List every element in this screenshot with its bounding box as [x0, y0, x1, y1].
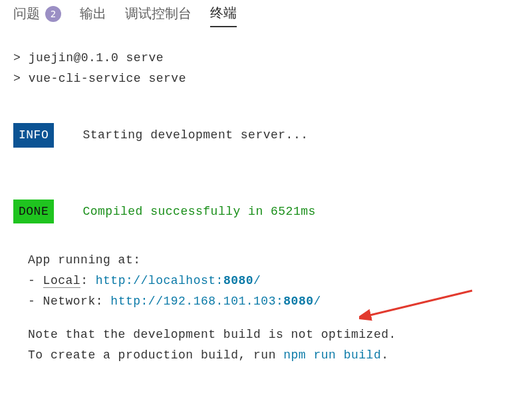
build-note: Note that the development build is not o…: [28, 325, 519, 365]
command-text: juejin@0.1.0 serve: [29, 51, 164, 65]
tab-output-label: 输出: [80, 5, 106, 23]
npm-build-command: npm run build: [283, 348, 381, 362]
local-colon: :: [80, 274, 96, 287]
note-line-2: To create a production build, run npm ru…: [28, 345, 519, 366]
tab-problems-label: 问题: [13, 5, 40, 23]
tab-debug-console[interactable]: 调试控制台: [125, 3, 192, 27]
terminal-panel: > juejin@0.1.0 serve > vue-cli-service s…: [0, 28, 532, 365]
tab-debug-label: 调试控制台: [125, 5, 192, 23]
tab-terminal[interactable]: 终端: [210, 3, 237, 27]
done-badge: DONE: [13, 200, 54, 224]
network-url[interactable]: http://192.168.101.103:8080/: [110, 295, 321, 308]
local-prefix: -: [28, 274, 43, 287]
annotation-arrow-icon: [359, 284, 479, 324]
note-line-1: Note that the development build is not o…: [28, 325, 519, 345]
local-label: Local: [43, 274, 81, 288]
prompt-symbol: >: [13, 72, 21, 85]
done-message: Compiled successfully in 6521ms: [82, 205, 315, 218]
tab-output[interactable]: 输出: [80, 3, 106, 27]
svg-line-0: [367, 291, 472, 316]
info-badge: INFO: [13, 123, 54, 148]
terminal-line: > juejin@0.1.0 serve: [13, 48, 519, 68]
command-text: vue-cli-service serve: [29, 72, 186, 85]
panel-tabs: 问题 2 输出 调试控制台 终端: [0, 0, 532, 28]
problems-count-badge: 2: [45, 6, 61, 22]
prompt-symbol: >: [13, 51, 21, 65]
terminal-line: INFO Starting development server...: [13, 123, 519, 148]
tab-terminal-label: 终端: [210, 4, 237, 22]
terminal-line: DONE Compiled successfully in 6521ms: [13, 200, 519, 224]
app-running-heading: App running at:: [28, 250, 519, 271]
info-message: Starting development server...: [82, 128, 308, 142]
tab-problems[interactable]: 问题 2: [13, 3, 61, 27]
local-url[interactable]: http://localhost:8080/: [96, 274, 261, 287]
terminal-line: > vue-cli-service serve: [13, 68, 519, 89]
network-prefix: - Network:: [28, 295, 110, 308]
